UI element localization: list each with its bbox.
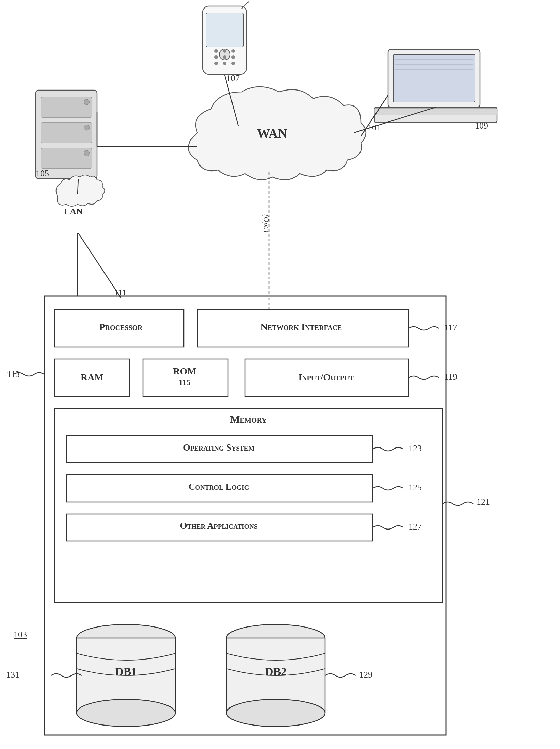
svg-line-30 [78,179,78,194]
ref-101: 101 [368,123,381,133]
other-apps-label: Other Applications [68,521,369,531]
ref-129: 129 [359,670,372,680]
os-label: Operating System [68,442,369,453]
wan-label: WAN [257,126,287,141]
svg-point-6 [214,55,218,59]
control-logic-label: Control Logic [68,482,369,492]
diagram-container: .line { stroke: #333; stroke-width: 2.5;… [0,0,560,749]
rom-label: ROM [145,366,225,377]
ref-127: 127 [409,522,422,532]
svg-rect-1 [206,13,243,47]
svg-point-50 [226,624,325,652]
svg-point-47 [77,624,175,652]
opt-label: (Opt.) [262,214,271,232]
ref-131: 131 [6,670,19,680]
ref-105: 105 [36,168,49,179]
svg-point-52 [226,699,325,727]
svg-rect-21 [36,90,97,179]
db1-label: DB1 [102,665,150,678]
ref-123: 123 [409,443,422,454]
svg-point-25 [84,99,90,105]
svg-point-3 [214,49,218,53]
svg-line-29 [354,107,436,133]
svg-rect-43 [54,408,443,602]
svg-point-4 [223,49,226,53]
ref-109: 109 [475,121,488,131]
ref-117: 117 [444,323,457,333]
svg-point-2 [219,49,230,60]
ref-121: 121 [477,497,490,507]
ref-119: 119 [444,372,457,382]
processor-label: Processor [60,322,182,332]
svg-point-10 [223,62,226,65]
svg-rect-0 [203,6,247,74]
network-interface-label: Network Interface [199,322,403,332]
ref-103: 103 [14,630,27,640]
svg-point-7 [223,55,226,59]
svg-rect-20 [374,108,497,115]
rom-number: 115 [145,378,225,387]
svg-point-9 [214,62,218,65]
db2-label: DB2 [252,665,300,678]
svg-point-27 [84,150,90,156]
io-label: Input/Output [249,372,403,383]
svg-point-8 [231,55,235,59]
lan-label: LAN [64,207,83,217]
svg-rect-13 [388,49,480,107]
ref-111: 111 [114,288,127,298]
svg-point-49 [77,699,175,727]
ram-label: RAM [57,372,127,383]
svg-rect-19 [374,107,497,123]
svg-rect-23 [41,123,92,143]
ref-113: 113 [7,369,20,379]
svg-line-12 [242,2,249,9]
svg-rect-22 [41,97,92,117]
svg-point-11 [231,62,235,65]
ref-107: 107 [226,73,240,83]
memory-label: Memory [56,413,441,425]
svg-rect-14 [393,54,475,102]
svg-point-26 [84,125,90,130]
ref-125: 125 [409,483,422,493]
svg-point-5 [231,49,235,53]
svg-rect-24 [41,148,92,168]
